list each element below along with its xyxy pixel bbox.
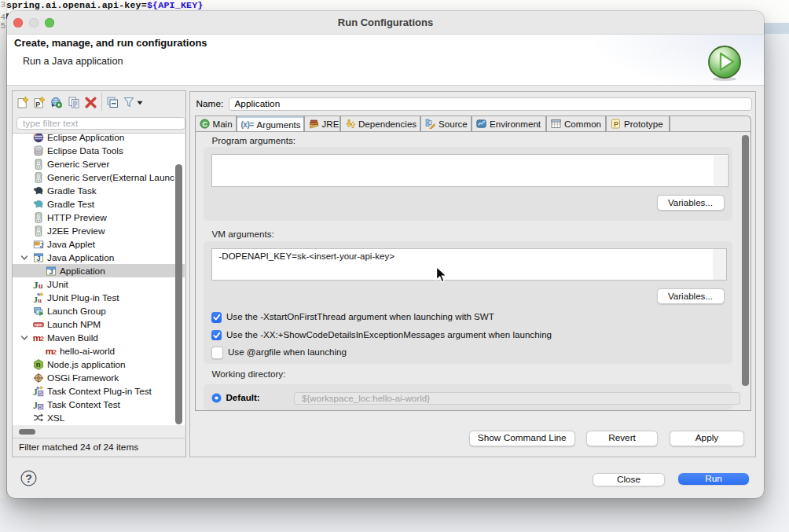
svg-text:J: J — [37, 255, 41, 262]
svg-text:J: J — [33, 387, 38, 397]
svg-text:C: C — [202, 120, 207, 128]
svg-text:J: J — [40, 240, 44, 248]
svg-text:u: u — [39, 281, 43, 290]
svg-text:?: ? — [25, 472, 32, 485]
svg-text:2: 2 — [53, 347, 57, 356]
svg-text:P: P — [614, 120, 618, 128]
svg-text:n: n — [36, 360, 41, 369]
svg-text:u: u — [38, 296, 42, 303]
svg-text:P: P — [35, 101, 40, 108]
svg-text:npm: npm — [35, 322, 42, 326]
svg-text:2: 2 — [40, 334, 44, 343]
svg-text:J: J — [50, 268, 53, 276]
